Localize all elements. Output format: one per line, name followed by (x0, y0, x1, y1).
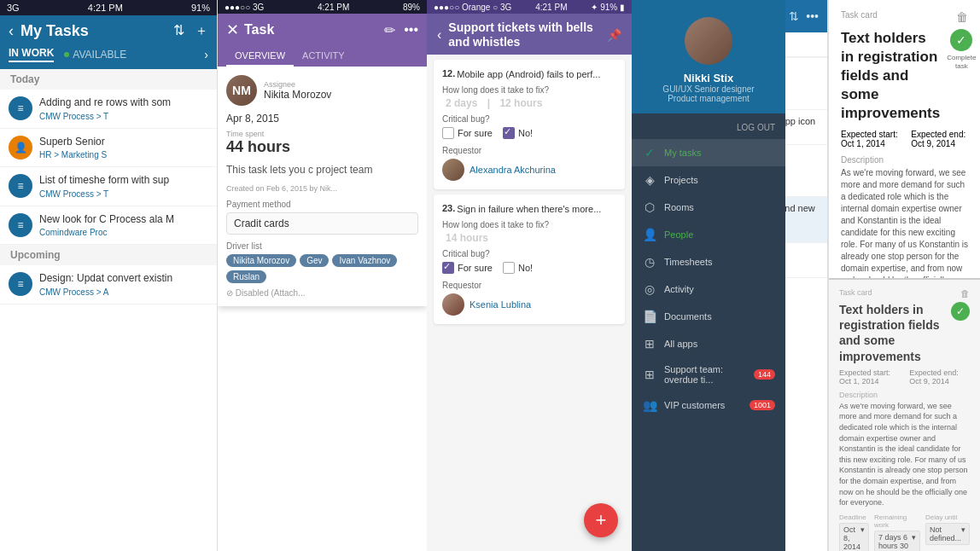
ticket-fix-label: How long does it take to fix? (442, 220, 616, 229)
nav-item-activity[interactable]: ◎ Activity (632, 276, 785, 303)
assignee-label: Assignee (264, 80, 331, 89)
taskcard-second-inner: Task card 🗑 Text holders in registration… (829, 280, 980, 551)
pin-icon[interactable]: 📌 (607, 28, 621, 42)
tc2-deadline-val[interactable]: Oct 8, 2014▾ (839, 523, 869, 551)
forsure-checkbox[interactable]: For sure (442, 127, 493, 139)
ticket-fix-time: 2 days | 12 hours (442, 97, 616, 109)
list-item[interactable]: ≡ Adding and re rows with som CMW Proces… (0, 90, 217, 129)
list-item[interactable]: ≡ List of timeshe form with sup CMW Proc… (0, 167, 217, 206)
nav-item-rooms[interactable]: ⬡ Rooms (632, 194, 785, 221)
no-checkbox[interactable]: No! (503, 127, 533, 139)
taskcard-area: Task card 🗑 Text holders in registration… (828, 0, 980, 551)
driver-tag[interactable]: Ruslan (226, 270, 266, 283)
edit-icon[interactable]: ✏ (384, 22, 395, 38)
task-sub: Comindware Proc (39, 228, 208, 237)
task-sub: CMW Process > A (39, 287, 208, 297)
tc2-delay-val[interactable]: Not defined...▾ (925, 523, 970, 545)
ticket-item[interactable]: 23. Sign in failure when there's more...… (434, 194, 625, 324)
checkbox-empty (442, 127, 454, 139)
ticket-title-text: Mobile app (Android) fails to perf... (457, 68, 616, 80)
time: 4:21 PM (535, 3, 567, 12)
nav-item-documents[interactable]: 📄 Documents (632, 303, 785, 330)
task-title: New look for C Process ala M (39, 213, 208, 227)
nav-item-support[interactable]: ⊞ Support team: overdue ti... 144 (632, 357, 785, 392)
close-icon[interactable]: ✕ (226, 20, 239, 39)
allapps-icon: ⊞ (642, 337, 657, 351)
panel-profile: Nikki Stix GUI/UX Senior designer Produc… (632, 0, 785, 551)
ticket-fix-label: How long does it take to fix? (442, 85, 616, 95)
carrier: ●●●○○ Orange ○ 3G (434, 3, 511, 12)
nav-label: Activity (664, 284, 775, 294)
back-icon[interactable]: ‹ (437, 27, 441, 43)
tab-overview[interactable]: OVERVIEW (226, 46, 294, 67)
logout-button[interactable]: LOG OUT (737, 123, 775, 132)
complete-task-btn[interactable]: ✓ Completetask (947, 29, 976, 70)
nav-item-projects[interactable]: ◈ Projects (632, 166, 785, 194)
forsure-checkbox[interactable]: For sure (442, 262, 493, 274)
task-icon: 👤 (9, 136, 32, 160)
more-icon[interactable]: ••• (404, 22, 418, 38)
nav-item-people[interactable]: 👤 People (632, 221, 785, 248)
tc2-remaining-label: Remaining work (874, 513, 920, 529)
support-statusbar: ●●●○○ Orange ○ 3G 4:21 PM ✦ 91% ▮ (427, 0, 632, 14)
list-item[interactable]: ≡ New look for C Process ala M Comindwar… (0, 206, 217, 246)
ticket-item[interactable]: 12. Mobile app (Android) fails to perf..… (434, 60, 625, 189)
driver-tag[interactable]: Ivan Vazhnov (332, 254, 397, 267)
time: 4:21 PM (318, 3, 349, 12)
vip-icon: 👥 (642, 398, 657, 412)
tab-activity[interactable]: ACTIVITY (294, 46, 353, 67)
task-sub: HR > Marketing S (39, 150, 208, 160)
nav-label: People (664, 229, 775, 240)
nav-item-allapps[interactable]: ⊞ All apps (632, 330, 785, 357)
task-title: Superb Senior (39, 136, 208, 149)
task-header-icons: ✏ ••• (384, 22, 418, 38)
nav-label: Documents (664, 311, 775, 322)
payment-label: Payment method (226, 200, 418, 209)
ticket-critical-label: Critical bug? (442, 114, 616, 124)
tc2-remaining: Remaining work 7 days 6 hours 30 minutes… (874, 513, 920, 551)
profile-dept: Product management (668, 94, 750, 103)
tab-available[interactable]: AVAILABLE (64, 49, 126, 61)
fab-add-button[interactable]: + (584, 503, 618, 537)
task-sub: CMW Process > T (39, 112, 208, 121)
list-item[interactable]: 👤 Superb Senior HR > Marketing S (0, 129, 217, 168)
back-icon[interactable]: ‹ (9, 22, 14, 40)
nav-item-vip[interactable]: 👥 VIP customers 1001 (632, 392, 785, 419)
sort-icon[interactable]: ⇅ (173, 22, 184, 40)
complete-circle: ✓ (950, 29, 972, 51)
tab-inwork[interactable]: IN WORK (9, 47, 54, 62)
vip-badge: 1001 (750, 400, 775, 410)
assignee-name: Nikita Morozov (264, 89, 331, 101)
tc2-trash-icon[interactable]: 🗑 (960, 288, 970, 299)
ticket-title-row: 23. Sign in failure when there's more... (442, 203, 616, 215)
filter-icon[interactable]: ⇅ (789, 9, 799, 23)
driver-label: Driver list (226, 241, 418, 251)
mytasks-title: My Tasks (20, 22, 166, 40)
tc2-remaining-val[interactable]: 7 days 6 hours 30 minutes▾ (874, 531, 920, 551)
nav-item-mytasks[interactable]: ✓ My tasks (632, 139, 785, 166)
tabs-arrow[interactable]: › (204, 48, 208, 61)
trash-icon[interactable]: 🗑 (956, 10, 968, 24)
driver-tag[interactable]: Gev (300, 254, 329, 267)
list-item[interactable]: ≡ Design: Updat convert existin CMW Proc… (0, 265, 217, 304)
more-icon[interactable]: ••• (806, 9, 819, 23)
support-badge: 144 (754, 369, 775, 380)
tc2-title: Text holders in registration fields and … (839, 302, 946, 364)
task-content: List of timeshe form with sup CMW Proces… (39, 174, 208, 199)
add-icon[interactable]: ＋ (195, 22, 208, 40)
support-title: Support tickets with bells and whistles (448, 20, 607, 49)
no-checkbox[interactable]: No! (503, 262, 533, 274)
tc2-delay: Delay until Not defined...▾ (925, 513, 970, 551)
time-row: Time spent 44 hours (226, 130, 418, 156)
clock: 4:21 PM (88, 3, 123, 13)
payment-field[interactable]: Cradit cards (226, 212, 418, 235)
nav-item-timesheets[interactable]: ◷ Timesheets (632, 248, 785, 276)
task-content: New look for C Process ala M Comindware … (39, 213, 208, 238)
end-date: Expected end: Oct 9, 2014 (911, 130, 968, 148)
battery: ✦ 91% ▮ (591, 3, 625, 12)
section-today: Today (0, 69, 217, 90)
driver-tag[interactable]: Nikita Morozov (226, 254, 296, 267)
nav-label: Support team: overdue ti... (664, 364, 747, 385)
tc2-complete-circle[interactable]: ✓ (951, 302, 970, 321)
taskcard-second: Task card 🗑 Text holders in registration… (829, 278, 980, 551)
